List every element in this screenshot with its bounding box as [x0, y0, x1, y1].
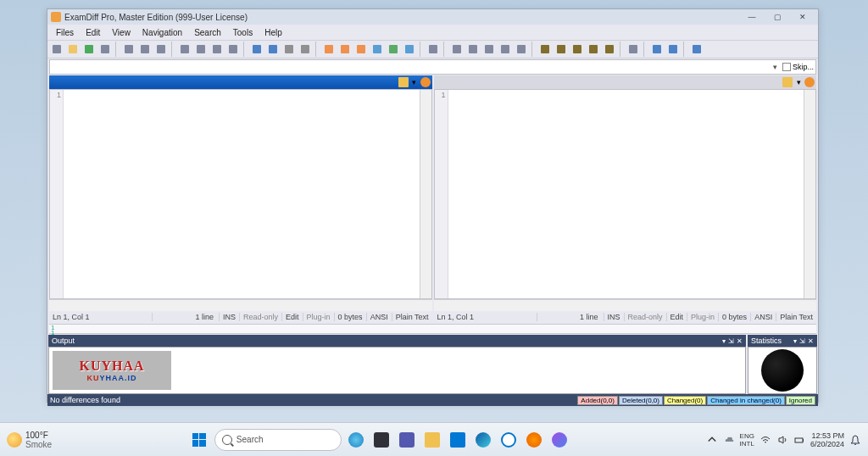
left-status-plugin[interactable]: Plug-in	[303, 313, 335, 321]
view-side-button[interactable]	[321, 42, 337, 57]
all-diffs-button[interactable]	[402, 42, 417, 57]
curr-diff-button[interactable]	[602, 42, 617, 57]
undo-button[interactable]	[249, 42, 264, 57]
weather-widget[interactable]: 100°F Smoke	[0, 431, 58, 449]
left-vscrollbar[interactable]	[420, 90, 431, 298]
badge-changed[interactable]: Changed(0)	[664, 396, 706, 405]
view-left-button[interactable]	[337, 42, 353, 57]
badge-added[interactable]: Added(0,0)	[577, 396, 618, 405]
help-button[interactable]	[689, 42, 704, 57]
save-left-button[interactable]	[121, 42, 136, 57]
badge-ignored[interactable]: Ignored	[786, 396, 815, 405]
output-pin-icon[interactable]: ⇲	[728, 337, 734, 345]
view-both-button[interactable]	[370, 42, 385, 57]
sync-scroll-button[interactable]	[449, 42, 465, 57]
menu-navigation[interactable]: Navigation	[137, 27, 187, 38]
find-button[interactable]	[225, 42, 241, 57]
stats-dropdown-icon[interactable]: ▾	[793, 337, 797, 345]
taskbar-search[interactable]: Search	[214, 429, 342, 451]
right-pane-header[interactable]: ▾	[434, 75, 817, 89]
next-diff-button[interactable]	[570, 42, 585, 57]
view-right-button[interactable]	[353, 42, 369, 57]
maximize-button[interactable]: ▢	[765, 11, 789, 23]
save-right-button[interactable]	[137, 42, 153, 57]
menu-files[interactable]: Files	[51, 27, 79, 38]
left-pane-header[interactable]: ▾	[49, 75, 432, 89]
align-center-button[interactable]	[498, 42, 513, 57]
prev-button[interactable]	[281, 42, 297, 57]
path-input[interactable]	[50, 63, 771, 72]
right-status-edit[interactable]: Edit	[667, 313, 688, 321]
menu-tools[interactable]: Tools	[228, 27, 258, 38]
stats-pin-icon[interactable]: ⇲	[799, 337, 805, 345]
bookmark-button[interactable]	[626, 42, 641, 57]
lock-button[interactable]	[514, 42, 529, 57]
swap-button[interactable]	[426, 42, 441, 57]
menu-edit[interactable]: Edit	[81, 27, 105, 38]
close-button[interactable]: ✕	[791, 11, 815, 23]
file-explorer-icon[interactable]	[421, 429, 443, 451]
diff-ruler[interactable]: 1 1	[49, 324, 816, 334]
path-dropdown-icon[interactable]: ▾	[771, 62, 781, 72]
task-view-icon[interactable]	[370, 429, 392, 451]
output-dropdown-icon[interactable]: ▾	[722, 337, 726, 345]
app-pinned-icon[interactable]	[548, 429, 570, 451]
menu-view[interactable]: View	[107, 27, 136, 38]
wifi-icon[interactable]	[760, 434, 771, 446]
teams-icon[interactable]	[396, 429, 418, 451]
options-button[interactable]	[665, 42, 681, 57]
edge-icon[interactable]	[472, 429, 494, 451]
menu-help[interactable]: Help	[259, 27, 287, 38]
left-editor[interactable]	[64, 90, 420, 298]
save-button[interactable]	[81, 42, 97, 57]
copy-button[interactable]	[193, 42, 209, 57]
paste-button[interactable]	[209, 42, 225, 57]
menu-search[interactable]: Search	[189, 27, 226, 38]
right-vscrollbar[interactable]	[804, 90, 815, 298]
onedrive-icon[interactable]	[723, 434, 735, 446]
titlebar: ExamDiff Pro, Master Edition (999-User L…	[47, 9, 818, 25]
right-status-plugin[interactable]: Plug-in	[687, 313, 719, 321]
right-browse-icon[interactable]	[782, 77, 793, 87]
prev-diff-button[interactable]	[554, 42, 569, 57]
mail-icon[interactable]	[447, 429, 469, 451]
left-dropdown-icon[interactable]: ▾	[409, 77, 420, 87]
next-button[interactable]	[298, 42, 313, 57]
language-indicator[interactable]: ENGINTL	[740, 432, 754, 448]
first-diff-button[interactable]	[537, 42, 553, 57]
notifications-icon[interactable]	[849, 434, 861, 446]
align-left-button[interactable]	[465, 42, 481, 57]
output-close-icon[interactable]: ✕	[737, 337, 743, 345]
tray-chevron-icon[interactable]	[706, 434, 718, 446]
start-button[interactable]	[187, 428, 211, 452]
copilot-icon[interactable]	[345, 429, 367, 451]
minimize-button[interactable]: —	[740, 11, 764, 23]
badge-deleted[interactable]: Deleted(0,0)	[619, 396, 663, 405]
plugins-button[interactable]	[649, 42, 665, 57]
skip-checkbox[interactable]	[782, 63, 791, 71]
left-status-edit[interactable]: Edit	[282, 313, 303, 321]
right-editor[interactable]	[448, 90, 804, 298]
right-hscrollbar[interactable]	[434, 299, 817, 311]
left-browse-icon[interactable]	[398, 77, 409, 87]
right-dropdown-icon[interactable]: ▾	[793, 77, 804, 87]
volume-icon[interactable]	[776, 434, 788, 446]
cut-button[interactable]	[177, 42, 192, 57]
left-hscrollbar[interactable]	[49, 299, 432, 311]
badge-changed-in-changed[interactable]: Changed in changed(0)	[707, 396, 785, 405]
left-refresh-icon[interactable]	[420, 77, 431, 87]
align-right-button[interactable]	[481, 42, 497, 57]
right-refresh-icon[interactable]	[804, 77, 815, 87]
stats-close-icon[interactable]: ✕	[808, 337, 814, 345]
save-all-button[interactable]	[97, 42, 113, 57]
print-button[interactable]	[153, 42, 169, 57]
dell-icon[interactable]	[498, 429, 520, 451]
redo-button[interactable]	[265, 42, 281, 57]
open-button[interactable]	[65, 42, 81, 57]
new-compare-button[interactable]	[49, 42, 64, 57]
last-diff-button[interactable]	[586, 42, 601, 57]
firefox-icon[interactable]	[523, 429, 545, 451]
battery-icon[interactable]	[793, 434, 805, 446]
view-over-button[interactable]	[386, 42, 401, 57]
clock[interactable]: 12:53 PM6/20/2024	[810, 431, 844, 448]
